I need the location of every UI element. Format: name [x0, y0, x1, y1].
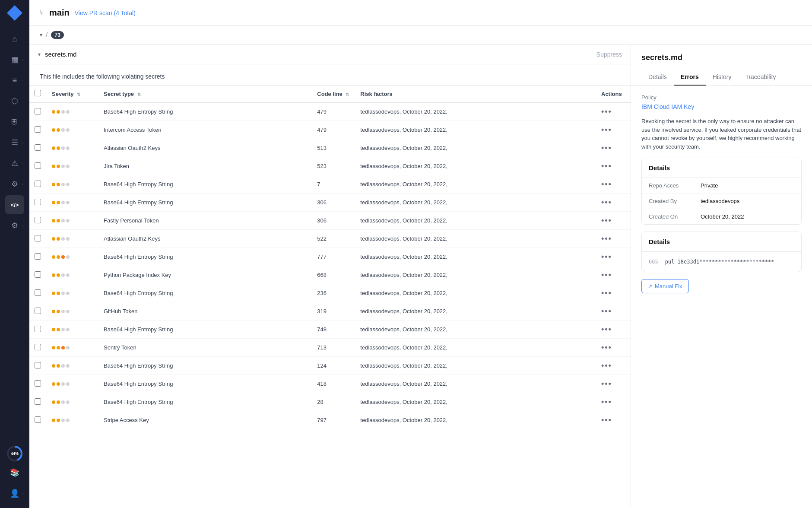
- secret-sort-icon[interactable]: ⇅: [137, 92, 141, 97]
- tab-details[interactable]: Details: [641, 69, 674, 86]
- table-row: Atlassian Oauth2 Keys522tedlassodevops, …: [29, 230, 631, 248]
- row-checkbox[interactable]: [35, 253, 41, 260]
- tab-errors[interactable]: Errors: [674, 69, 706, 86]
- details-key-created-by: Created By: [649, 198, 701, 204]
- select-all-checkbox[interactable]: [35, 90, 41, 96]
- severity-dot: [66, 346, 70, 349]
- row-actions-button[interactable]: •••: [601, 162, 612, 171]
- file-collapse-icon[interactable]: ▾: [38, 51, 41, 57]
- row-checkbox[interactable]: [35, 126, 41, 133]
- risk-factors-cell: tedlassodevops, October 20, 2022,: [355, 375, 596, 393]
- sidebar-item-library[interactable]: 📚: [5, 463, 24, 482]
- pr-scan-link[interactable]: View PR scan (4 Total): [75, 10, 136, 16]
- sidebar-item-user[interactable]: 👤›: [5, 484, 24, 503]
- row-actions-button[interactable]: •••: [601, 107, 612, 116]
- row-actions-button[interactable]: •••: [601, 361, 612, 370]
- severity-dot: [52, 237, 55, 241]
- risk-factors-cell: tedlassodevops, October 20, 2022,: [355, 121, 596, 139]
- secret-type-cell: Stripe Access Key: [98, 411, 312, 429]
- policy-description: Revoking the secret is the only way to e…: [641, 117, 802, 151]
- code-line-number: 665: [649, 259, 658, 265]
- risk-factors-cell: tedlassodevops, October 20, 2022,: [355, 175, 596, 194]
- col-header-secret-type[interactable]: Secret type ⇅: [98, 86, 312, 103]
- row-actions-button[interactable]: •••: [601, 397, 612, 406]
- row-checkbox[interactable]: [35, 217, 41, 223]
- sidebar-item-home[interactable]: ⌂: [5, 29, 24, 48]
- row-actions-button[interactable]: •••: [601, 379, 612, 388]
- severity-dot: [57, 183, 60, 186]
- row-actions-button[interactable]: •••: [601, 234, 612, 243]
- severity-dot: [57, 146, 60, 150]
- row-checkbox-cell: [29, 194, 47, 212]
- details-row-created-on: Created On October 20, 2022: [642, 209, 801, 224]
- sidebar-item-alert[interactable]: ⚠›: [5, 154, 24, 173]
- row-actions-button[interactable]: •••: [601, 270, 612, 279]
- severity-dot: [57, 382, 60, 386]
- row-actions-button[interactable]: •••: [601, 198, 612, 207]
- tab-history[interactable]: History: [706, 69, 739, 86]
- row-actions-button[interactable]: •••: [601, 289, 612, 298]
- row-actions-button[interactable]: •••: [601, 125, 612, 134]
- row-actions-button[interactable]: •••: [601, 143, 612, 152]
- row-checkbox[interactable]: [35, 289, 41, 296]
- sidebar-item-config[interactable]: ⚙›: [5, 216, 24, 235]
- severity-cell: [47, 248, 98, 266]
- risk-factors-cell: tedlassodevops, October 20, 2022,: [355, 194, 596, 212]
- row-actions-button[interactable]: •••: [601, 252, 612, 261]
- severity-dot: [61, 364, 65, 368]
- row-checkbox[interactable]: [35, 144, 41, 151]
- secret-type-cell: Fastly Personal Token: [98, 212, 312, 230]
- row-checkbox[interactable]: [35, 362, 41, 368]
- row-checkbox-cell: [29, 375, 47, 393]
- row-checkbox[interactable]: [35, 398, 41, 405]
- row-checkbox[interactable]: [35, 108, 41, 114]
- row-checkbox[interactable]: [35, 235, 41, 241]
- row-checkbox[interactable]: [35, 162, 41, 169]
- row-actions-button[interactable]: •••: [601, 416, 612, 425]
- row-checkbox[interactable]: [35, 181, 41, 187]
- manual-fix-button[interactable]: ↗ Manual Fix: [641, 279, 689, 293]
- suppress-button[interactable]: Suppress: [596, 51, 622, 58]
- row-checkbox[interactable]: [35, 416, 41, 423]
- sidebar-item-menu[interactable]: ≡›: [5, 71, 24, 90]
- row-actions-button[interactable]: •••: [601, 325, 612, 334]
- sidebar-item-analytics[interactable]: ⬡: [5, 92, 24, 111]
- row-checkbox[interactable]: [35, 308, 41, 314]
- severity-dot: [66, 273, 70, 277]
- tab-traceability[interactable]: Traceability: [738, 69, 783, 86]
- row-checkbox[interactable]: [35, 326, 41, 332]
- col-header-code-line[interactable]: Code line ⇅: [312, 86, 355, 103]
- row-checkbox[interactable]: [35, 271, 41, 278]
- row-checkbox[interactable]: [35, 344, 41, 350]
- sidebar-item-dashboard[interactable]: ▦›: [5, 50, 24, 69]
- breadcrumb-collapse-icon[interactable]: ▾: [40, 32, 42, 38]
- row-actions-button[interactable]: •••: [601, 216, 612, 225]
- row-actions-button[interactable]: •••: [601, 343, 612, 352]
- sidebar-item-shield[interactable]: ⛨: [5, 112, 24, 131]
- progress-indicator: 44%: [7, 446, 22, 461]
- row-checkbox-cell: [29, 230, 47, 248]
- table-row: Base64 High Entropy String748tedlassodev…: [29, 321, 631, 339]
- actions-cell: •••: [596, 121, 631, 139]
- row-checkbox[interactable]: [35, 380, 41, 387]
- severity-dot: [61, 328, 65, 331]
- row-checkbox[interactable]: [35, 199, 41, 205]
- severity-dot: [61, 400, 65, 404]
- policy-link[interactable]: IBM Cloud IAM Key: [641, 103, 802, 110]
- severity-dot: [61, 419, 65, 422]
- right-panel-body: Policy IBM Cloud IAM Key Revoking the se…: [631, 86, 812, 302]
- sidebar-item-settings-top[interactable]: ⚙›: [5, 175, 24, 194]
- col-header-severity[interactable]: Severity ⇅: [47, 86, 98, 103]
- row-actions-button[interactable]: •••: [601, 180, 612, 189]
- row-actions-button[interactable]: •••: [601, 307, 612, 316]
- risk-factors-cell: tedlassodevops, October 20, 2022,: [355, 212, 596, 230]
- severity-sort-icon[interactable]: ⇅: [77, 92, 80, 97]
- sidebar-item-code[interactable]: </>: [5, 195, 24, 214]
- severity-dot: [52, 328, 55, 331]
- code-sort-icon[interactable]: ⇅: [346, 92, 349, 97]
- severity-dot: [61, 346, 65, 349]
- severity-dot: [57, 219, 60, 222]
- secret-type-cell: Base64 High Entropy String: [98, 194, 312, 212]
- sidebar-item-reports[interactable]: ☰›: [5, 133, 24, 152]
- row-checkbox-cell: [29, 321, 47, 339]
